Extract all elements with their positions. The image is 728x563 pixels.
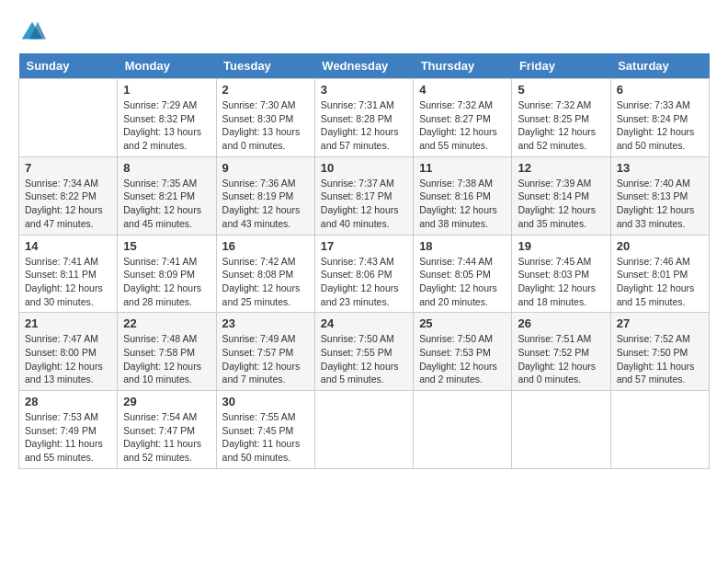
calendar-cell: 28Sunrise: 7:53 AM Sunset: 7:49 PM Dayli…: [19, 391, 118, 469]
calendar-cell: 17Sunrise: 7:43 AM Sunset: 8:06 PM Dayli…: [314, 235, 413, 313]
calendar-cell: 9Sunrise: 7:36 AM Sunset: 8:19 PM Daylig…: [216, 156, 314, 235]
calendar-cell: 2Sunrise: 7:30 AM Sunset: 8:30 PM Daylig…: [216, 79, 314, 157]
day-number: 26: [518, 316, 604, 330]
week-row-4: 21Sunrise: 7:47 AM Sunset: 8:00 PM Dayli…: [19, 313, 710, 391]
day-info: Sunrise: 7:52 AM Sunset: 7:50 PM Dayligh…: [617, 332, 703, 386]
day-info: Sunrise: 7:54 AM Sunset: 7:47 PM Dayligh…: [123, 410, 210, 465]
day-number: 16: [222, 239, 309, 253]
day-number: 21: [25, 316, 111, 330]
calendar-cell: 11Sunrise: 7:38 AM Sunset: 8:16 PM Dayli…: [414, 156, 512, 235]
calendar-cell: 10Sunrise: 7:37 AM Sunset: 8:17 PM Dayli…: [314, 156, 413, 235]
day-number: 15: [123, 239, 210, 253]
calendar-cell: 7Sunrise: 7:34 AM Sunset: 8:22 PM Daylig…: [19, 156, 118, 235]
calendar-cell: 24Sunrise: 7:50 AM Sunset: 7:55 PM Dayli…: [314, 313, 413, 391]
calendar-cell: [414, 391, 512, 469]
day-number: 5: [518, 83, 604, 97]
calendar-cell: [610, 391, 709, 469]
day-number: 4: [419, 83, 506, 97]
calendar-cell: 20Sunrise: 7:46 AM Sunset: 8:01 PM Dayli…: [610, 235, 709, 313]
day-number: 14: [25, 239, 111, 253]
day-info: Sunrise: 7:48 AM Sunset: 7:58 PM Dayligh…: [123, 332, 210, 386]
day-number: 19: [518, 239, 604, 253]
calendar-cell: 29Sunrise: 7:54 AM Sunset: 7:47 PM Dayli…: [118, 391, 216, 469]
day-info: Sunrise: 7:41 AM Sunset: 8:11 PM Dayligh…: [25, 255, 111, 309]
logo-icon: [18, 18, 46, 46]
day-info: Sunrise: 7:31 AM Sunset: 8:28 PM Dayligh…: [321, 98, 407, 153]
day-info: Sunrise: 7:30 AM Sunset: 8:30 PM Dayligh…: [222, 98, 309, 153]
calendar-cell: 18Sunrise: 7:44 AM Sunset: 8:05 PM Dayli…: [414, 235, 512, 313]
day-info: Sunrise: 7:45 AM Sunset: 8:03 PM Dayligh…: [518, 255, 604, 309]
calendar-cell: 22Sunrise: 7:48 AM Sunset: 7:58 PM Dayli…: [118, 313, 216, 391]
day-number: 28: [25, 395, 111, 408]
calendar-cell: 27Sunrise: 7:52 AM Sunset: 7:50 PM Dayli…: [610, 313, 709, 391]
calendar-cell: [314, 391, 413, 469]
calendar-cell: 14Sunrise: 7:41 AM Sunset: 8:11 PM Dayli…: [19, 235, 118, 313]
day-info: Sunrise: 7:44 AM Sunset: 8:05 PM Dayligh…: [419, 255, 506, 309]
day-number: 3: [321, 83, 407, 97]
day-number: 7: [25, 161, 111, 175]
day-number: 24: [321, 316, 407, 330]
calendar-cell: [19, 79, 118, 157]
day-info: Sunrise: 7:49 AM Sunset: 7:57 PM Dayligh…: [222, 332, 309, 386]
column-header-tuesday: Tuesday: [216, 53, 314, 79]
calendar-cell: 23Sunrise: 7:49 AM Sunset: 7:57 PM Dayli…: [216, 313, 314, 391]
calendar-cell: 21Sunrise: 7:47 AM Sunset: 8:00 PM Dayli…: [19, 313, 118, 391]
day-info: Sunrise: 7:39 AM Sunset: 8:14 PM Dayligh…: [518, 177, 604, 231]
day-info: Sunrise: 7:42 AM Sunset: 8:08 PM Dayligh…: [222, 255, 309, 309]
day-info: Sunrise: 7:41 AM Sunset: 8:09 PM Dayligh…: [123, 255, 210, 309]
calendar-cell: 16Sunrise: 7:42 AM Sunset: 8:08 PM Dayli…: [216, 235, 314, 313]
week-row-1: 1Sunrise: 7:29 AM Sunset: 8:32 PM Daylig…: [19, 79, 710, 157]
day-info: Sunrise: 7:35 AM Sunset: 8:21 PM Dayligh…: [123, 177, 210, 231]
calendar-cell: 5Sunrise: 7:32 AM Sunset: 8:25 PM Daylig…: [512, 79, 610, 157]
day-number: 11: [419, 161, 506, 175]
day-number: 10: [321, 161, 407, 175]
day-info: Sunrise: 7:32 AM Sunset: 8:25 PM Dayligh…: [518, 98, 604, 153]
calendar-cell: 6Sunrise: 7:33 AM Sunset: 8:24 PM Daylig…: [610, 79, 709, 157]
day-info: Sunrise: 7:33 AM Sunset: 8:24 PM Dayligh…: [617, 98, 703, 153]
day-info: Sunrise: 7:46 AM Sunset: 8:01 PM Dayligh…: [617, 255, 703, 309]
day-info: Sunrise: 7:43 AM Sunset: 8:06 PM Dayligh…: [321, 255, 407, 309]
day-number: 9: [222, 161, 309, 175]
day-info: Sunrise: 7:38 AM Sunset: 8:16 PM Dayligh…: [419, 177, 506, 231]
column-header-thursday: Thursday: [414, 53, 512, 79]
day-number: 27: [617, 316, 703, 330]
day-info: Sunrise: 7:50 AM Sunset: 7:53 PM Dayligh…: [419, 332, 506, 386]
day-info: Sunrise: 7:55 AM Sunset: 7:45 PM Dayligh…: [222, 410, 309, 465]
calendar-cell: 15Sunrise: 7:41 AM Sunset: 8:09 PM Dayli…: [118, 235, 216, 313]
day-info: Sunrise: 7:36 AM Sunset: 8:19 PM Dayligh…: [222, 177, 309, 231]
calendar-cell: 8Sunrise: 7:35 AM Sunset: 8:21 PM Daylig…: [118, 156, 216, 235]
day-number: 30: [222, 395, 309, 408]
calendar-cell: 12Sunrise: 7:39 AM Sunset: 8:14 PM Dayli…: [512, 156, 610, 235]
calendar-cell: 3Sunrise: 7:31 AM Sunset: 8:28 PM Daylig…: [314, 79, 413, 157]
day-number: 25: [419, 316, 506, 330]
day-number: 12: [518, 161, 604, 175]
day-number: 29: [123, 395, 210, 408]
day-number: 18: [419, 239, 506, 253]
calendar-cell: 30Sunrise: 7:55 AM Sunset: 7:45 PM Dayli…: [216, 391, 314, 469]
day-info: Sunrise: 7:37 AM Sunset: 8:17 PM Dayligh…: [321, 177, 407, 231]
week-row-5: 28Sunrise: 7:53 AM Sunset: 7:49 PM Dayli…: [19, 391, 710, 469]
day-info: Sunrise: 7:32 AM Sunset: 8:27 PM Dayligh…: [419, 98, 506, 153]
week-row-2: 7Sunrise: 7:34 AM Sunset: 8:22 PM Daylig…: [19, 156, 710, 235]
calendar-cell: 25Sunrise: 7:50 AM Sunset: 7:53 PM Dayli…: [414, 313, 512, 391]
header-row: SundayMondayTuesdayWednesdayThursdayFrid…: [19, 53, 710, 79]
day-info: Sunrise: 7:34 AM Sunset: 8:22 PM Dayligh…: [25, 177, 111, 231]
day-info: Sunrise: 7:29 AM Sunset: 8:32 PM Dayligh…: [123, 98, 210, 153]
calendar-cell: 1Sunrise: 7:29 AM Sunset: 8:32 PM Daylig…: [118, 79, 216, 157]
column-header-saturday: Saturday: [610, 53, 709, 79]
day-number: 22: [123, 316, 210, 330]
page-header: [18, 18, 710, 46]
calendar-cell: [512, 391, 610, 469]
day-info: Sunrise: 7:47 AM Sunset: 8:00 PM Dayligh…: [25, 332, 111, 386]
day-number: 17: [321, 239, 407, 253]
day-number: 1: [123, 83, 210, 97]
day-info: Sunrise: 7:51 AM Sunset: 7:52 PM Dayligh…: [518, 332, 604, 386]
column-header-sunday: Sunday: [19, 53, 118, 79]
day-number: 6: [617, 83, 703, 97]
day-info: Sunrise: 7:40 AM Sunset: 8:13 PM Dayligh…: [617, 177, 703, 231]
day-number: 13: [617, 161, 703, 175]
calendar-table: SundayMondayTuesdayWednesdayThursdayFrid…: [18, 53, 710, 469]
calendar-cell: 4Sunrise: 7:32 AM Sunset: 8:27 PM Daylig…: [414, 79, 512, 157]
day-number: 8: [123, 161, 210, 175]
logo: [18, 18, 50, 46]
